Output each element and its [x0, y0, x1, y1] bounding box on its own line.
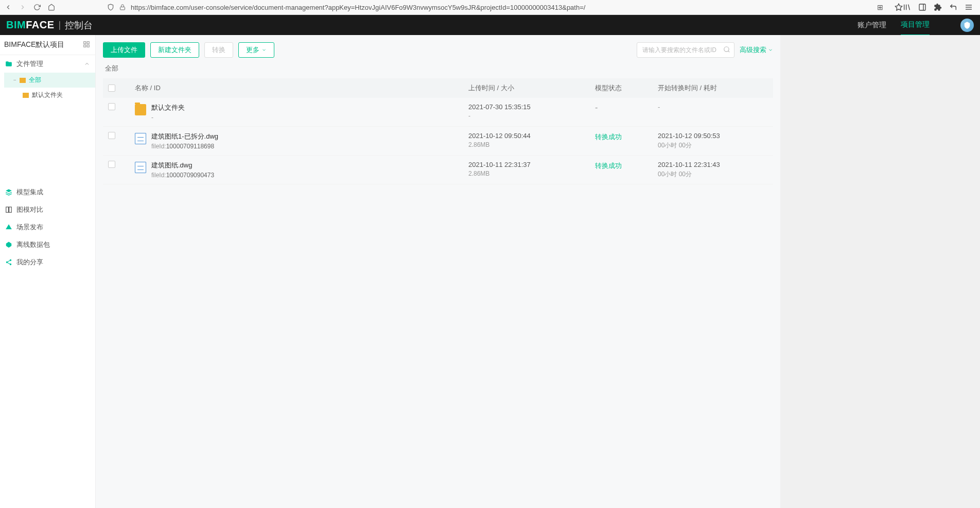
- lock-icon: [119, 4, 126, 10]
- package-icon: [5, 241, 12, 248]
- search-input[interactable]: [637, 42, 734, 58]
- menu-icon[interactable]: [965, 3, 973, 11]
- row-size: 2.86MB: [468, 170, 595, 177]
- svg-point-22: [724, 47, 729, 52]
- fileid-label: fileId:: [151, 172, 166, 179]
- sidebar-label-file-mgmt: 文件管理: [16, 59, 43, 69]
- file-icon: [135, 133, 146, 144]
- sidebar-item-my-share[interactable]: 我的分享: [0, 253, 95, 271]
- logo[interactable]: BIMFACE | 控制台: [6, 19, 93, 31]
- svg-point-19: [10, 263, 12, 265]
- svg-rect-5: [919, 4, 925, 10]
- library-icon[interactable]: [903, 3, 911, 11]
- upload-button[interactable]: 上传文件: [103, 42, 145, 58]
- search-icon[interactable]: [723, 46, 730, 53]
- th-upload-time: 上传时间 / 大小: [468, 83, 595, 93]
- sidebar-icon[interactable]: [918, 3, 926, 11]
- svg-line-21: [8, 261, 10, 262]
- row-sub: -: [151, 114, 185, 121]
- sidebar: BIMFACE默认项目 文件管理 − 全部 默认文件夹: [0, 35, 96, 508]
- puzzle-icon[interactable]: [934, 3, 942, 11]
- sidebar-label: 图模对比: [16, 205, 43, 214]
- row-size: 2.86MB: [468, 141, 595, 148]
- th-model-status: 模型状态: [595, 83, 658, 93]
- row-checkbox[interactable]: [108, 103, 115, 110]
- shield-icon: [107, 4, 114, 11]
- sidebar-item-graph-compare[interactable]: 图模对比: [0, 201, 95, 218]
- svg-point-18: [6, 261, 8, 263]
- row-status: 转换成功: [595, 133, 622, 141]
- grid-icon[interactable]: [83, 41, 91, 49]
- svg-line-23: [728, 51, 730, 53]
- svg-line-20: [8, 263, 10, 264]
- advanced-search-link[interactable]: 高级搜索: [740, 45, 773, 55]
- share-icon: [5, 259, 12, 266]
- svg-rect-15: [6, 207, 9, 213]
- row-time: 2021-10-11 22:31:37: [468, 161, 595, 168]
- tree-label-all: 全部: [29, 76, 41, 84]
- sidebar-item-model-integration[interactable]: 模型集成: [0, 183, 95, 201]
- row-convert-start: 2021-10-11 22:31:43: [658, 161, 768, 168]
- tree-toggle-icon: −: [13, 77, 16, 83]
- logo-bim: BIM: [6, 19, 26, 30]
- chevron-down-icon: [768, 47, 773, 53]
- table-row[interactable]: 默认文件夹 - 2021-07-30 15:35:15 - - -: [103, 98, 773, 127]
- forward-button[interactable]: [19, 3, 27, 11]
- svg-marker-1: [895, 4, 902, 10]
- back-button[interactable]: [4, 3, 12, 11]
- project-name: BIMFACE默认项目: [4, 40, 64, 49]
- fileid-label: fileId:: [151, 143, 166, 150]
- avatar[interactable]: [960, 19, 974, 32]
- th-convert-time: 开始转换时间 / 耗时: [658, 83, 768, 93]
- table-row[interactable]: 建筑图纸1-已拆分.dwg fileId:10000709118698 2021…: [103, 127, 773, 156]
- select-all-checkbox[interactable]: [108, 84, 115, 92]
- qr-icon[interactable]: ⊞: [877, 3, 885, 11]
- home-button[interactable]: [47, 3, 56, 11]
- th-name: 名称 / ID: [129, 83, 468, 93]
- sidebar-item-offline-pack[interactable]: 离线数据包: [0, 236, 95, 253]
- undo-icon[interactable]: [949, 3, 957, 11]
- app-header: BIMFACE | 控制台 账户管理 项目管理: [0, 15, 980, 35]
- tree-item-all[interactable]: − 全部: [4, 73, 95, 88]
- more-label: 更多: [246, 45, 259, 55]
- new-folder-button[interactable]: 新建文件夹: [150, 42, 199, 58]
- chevron-down-icon: [261, 47, 267, 53]
- logo-face: FACE: [26, 19, 54, 30]
- more-button[interactable]: 更多: [238, 42, 274, 58]
- row-convert-dur: 00小时 00分: [658, 141, 768, 150]
- row-name: 建筑图纸1-已拆分.dwg: [151, 132, 218, 141]
- tree-label-default: 默认文件夹: [32, 91, 63, 99]
- tree-item-default-folder[interactable]: 默认文件夹: [4, 88, 95, 103]
- row-status: 转换成功: [595, 162, 622, 170]
- fileid: 10000709118698: [166, 143, 214, 150]
- sidebar-item-file-mgmt[interactable]: 文件管理: [0, 55, 95, 73]
- sidebar-item-scene-publish[interactable]: 场景发布: [0, 218, 95, 236]
- fileid: 10000709090473: [166, 172, 214, 179]
- url-text[interactable]: https://bimface.com/user-console/service…: [131, 4, 872, 11]
- row-convert-start: -: [658, 103, 768, 111]
- svg-rect-11: [87, 42, 89, 44]
- sidebar-label: 场景发布: [16, 223, 43, 232]
- folder-icon: [135, 104, 146, 115]
- row-status: -: [595, 103, 598, 112]
- row-name: 默认文件夹: [151, 103, 185, 112]
- sidebar-label: 模型集成: [16, 188, 43, 197]
- folder-icon: [5, 60, 12, 67]
- nav-account[interactable]: 账户管理: [857, 15, 886, 35]
- project-header: BIMFACE默认项目: [0, 35, 95, 55]
- table-row[interactable]: 建筑图纸.dwg fileId:10000709090473 2021-10-1…: [103, 156, 773, 184]
- row-size: -: [468, 112, 595, 120]
- logo-subtitle: 控制台: [65, 19, 93, 31]
- star-icon[interactable]: [895, 3, 903, 11]
- breadcrumb[interactable]: 全部: [103, 64, 773, 73]
- reload-button[interactable]: [33, 3, 41, 11]
- svg-line-4: [908, 5, 910, 10]
- chevron-up-icon: [84, 61, 90, 67]
- adv-search-label: 高级搜索: [740, 45, 766, 55]
- row-checkbox[interactable]: [108, 161, 115, 168]
- file-icon: [135, 162, 146, 173]
- nav-project[interactable]: 项目管理: [901, 15, 930, 36]
- svg-rect-12: [84, 45, 86, 47]
- content-area: 上传文件 新建文件夹 转换 更多 高级搜索 全部 名称 / ID 上传时间 /: [96, 35, 780, 508]
- row-checkbox[interactable]: [108, 132, 115, 139]
